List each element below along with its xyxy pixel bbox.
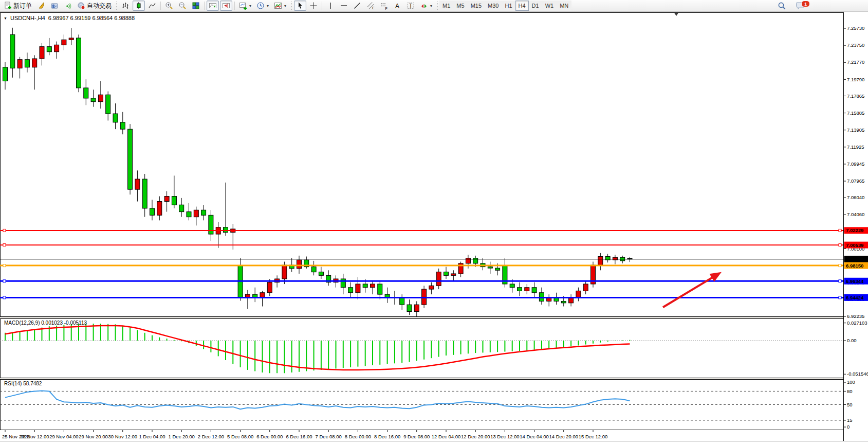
candle-body — [282, 265, 287, 279]
price-tick-label: 7.17865 — [847, 93, 864, 99]
price-tick-label: 7.21770 — [847, 59, 864, 65]
chart-background — [0, 12, 868, 441]
time-tick-label: 29 Nov 04:00 — [49, 434, 79, 439]
vertical-line-button[interactable] — [324, 1, 337, 11]
text-label-button[interactable]: T — [404, 1, 417, 11]
line-anchor[interactable] — [3, 229, 6, 232]
tile-windows-button[interactable] — [190, 1, 202, 11]
chart-canvas[interactable]: 7.257307.237507.217707.197907.178657.158… — [0, 0, 868, 444]
indicators-button[interactable]: ▾ — [237, 1, 253, 11]
channel-button[interactable]: E — [364, 1, 377, 11]
cursor-button[interactable] — [294, 1, 306, 11]
candle-body — [179, 205, 184, 211]
chart-shift-button[interactable] — [220, 1, 232, 11]
new-order-icon — [4, 2, 12, 10]
chart-window[interactable]: 7.257307.237507.217707.197907.178657.158… — [0, 12, 868, 444]
line-anchor[interactable] — [839, 296, 841, 299]
candle-body — [583, 284, 588, 291]
time-tick-label: 1 Dec 20:00 — [169, 434, 195, 439]
candle-body — [613, 257, 617, 260]
candle-body — [40, 47, 44, 59]
timeframe-M30[interactable]: M30 — [485, 1, 502, 11]
candle-body — [371, 284, 375, 288]
zoom-out-button[interactable] — [176, 1, 189, 11]
signals-button[interactable] — [62, 1, 74, 11]
dropdown-caret-icon: ▾ — [284, 4, 286, 8]
line-chart-button[interactable] — [146, 1, 158, 11]
line-anchor[interactable] — [839, 264, 841, 267]
time-tick-label: 28 Nov 12:00 — [20, 434, 49, 439]
line-anchor[interactable] — [839, 280, 841, 282]
line-anchor[interactable] — [3, 264, 6, 267]
bar-chart-button[interactable] — [119, 1, 132, 11]
price-tick-label: 6.92235 — [847, 313, 864, 319]
fibonacci-icon: F — [380, 2, 388, 10]
candle-body — [84, 88, 88, 98]
line-anchor[interactable] — [3, 296, 6, 299]
quotes-button[interactable] — [35, 1, 47, 11]
line-anchor[interactable] — [3, 280, 6, 282]
candle-body — [267, 282, 272, 293]
candle-body — [341, 279, 345, 288]
candle-body — [164, 197, 169, 202]
templates-button[interactable]: ▾ — [272, 1, 288, 11]
time-tick-label: 14 Dec 04:00 — [520, 434, 549, 439]
fibonacci-button[interactable]: F — [378, 1, 390, 11]
timeframe-M5[interactable]: M5 — [453, 1, 467, 11]
zoom-in-button[interactable] — [163, 1, 175, 11]
search-button[interactable] — [775, 1, 788, 11]
candle-body — [91, 98, 96, 102]
line-anchor[interactable] — [839, 229, 841, 232]
search-icon — [778, 2, 786, 10]
crosshair-button[interactable] — [307, 1, 320, 11]
timeframe-H1[interactable]: H1 — [502, 1, 515, 11]
main-toolbar: 新订单 自动交易 ▾ ▾ — [0, 0, 868, 12]
price-tick-label: 7.15885 — [847, 110, 864, 116]
text-icon: A — [393, 2, 401, 10]
price-tick-label: 7.13905 — [847, 127, 864, 133]
zoom-in-icon — [165, 2, 173, 10]
line-anchor[interactable] — [3, 244, 6, 246]
trendline-button[interactable] — [351, 1, 363, 11]
notification-badge[interactable]: 1 — [801, 1, 810, 7]
vertical-line-icon — [326, 2, 335, 10]
candle-body — [363, 284, 367, 288]
candle-body — [311, 267, 316, 272]
channel-icon: E — [366, 2, 375, 10]
line-anchor[interactable] — [839, 244, 841, 246]
user-chart-icon — [50, 2, 59, 10]
timeframe-H4[interactable]: H4 — [515, 1, 529, 11]
bar-chart-icon — [121, 2, 130, 10]
text-button[interactable]: A — [391, 1, 403, 11]
auto-trading-button[interactable]: 自动交易 — [75, 1, 114, 11]
horizontal-line-button[interactable] — [338, 1, 350, 11]
auto-scroll-button[interactable] — [207, 1, 219, 11]
dropdown-caret-icon: ▾ — [267, 4, 269, 8]
new-order-button[interactable]: 新订单 — [2, 1, 34, 11]
price-tick-label: 7.11925 — [847, 144, 864, 150]
macd-axis-label: 0.027103 — [847, 320, 867, 326]
chart-dropdown-icon[interactable]: ▼ — [4, 16, 7, 20]
candle-body — [569, 298, 574, 303]
candlestick-chart-button[interactable] — [133, 1, 145, 11]
timeframe-M15[interactable]: M15 — [468, 1, 485, 11]
dropdown-caret-icon: ▾ — [249, 4, 251, 8]
time-tick-label: 15 Dec 12:00 — [579, 434, 608, 439]
timeframe-M1[interactable]: M1 — [439, 1, 453, 11]
pane-splitter[interactable] — [0, 317, 843, 319]
arrows-button[interactable]: ▾ — [418, 1, 434, 11]
toolbar-separator — [204, 2, 205, 10]
price-line-badge-label: 6.96344 — [846, 278, 864, 284]
candle-body — [77, 38, 81, 88]
candle-body — [62, 40, 66, 45]
candle-body — [451, 274, 456, 275]
timeframe-MN[interactable]: MN — [557, 1, 571, 11]
candle-body — [106, 95, 110, 114]
candle-body — [488, 267, 492, 269]
rsi-axis-label: 50 — [847, 402, 853, 407]
time-tick-label: 6 Dec 00:00 — [256, 434, 283, 439]
timeframe-D1[interactable]: D1 — [529, 1, 542, 11]
market-watch-button[interactable] — [48, 1, 61, 11]
periods-button[interactable]: ▾ — [254, 1, 271, 11]
timeframe-W1[interactable]: W1 — [542, 1, 557, 11]
